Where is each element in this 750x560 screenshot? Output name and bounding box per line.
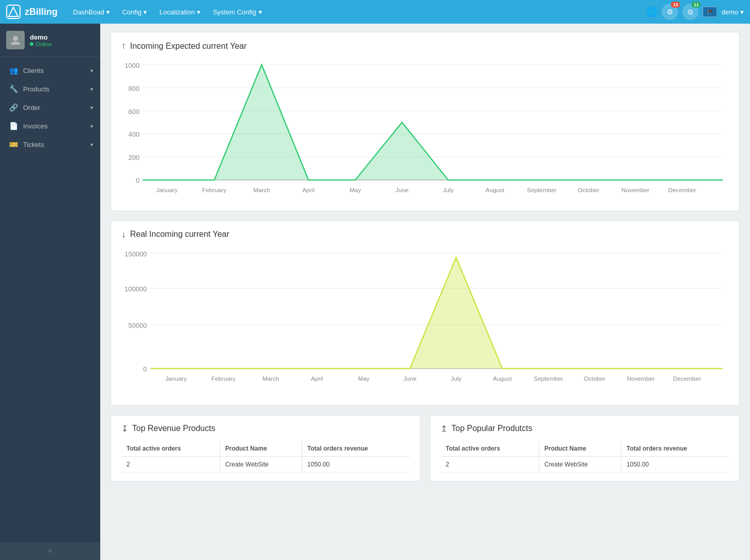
svg-text:August: August xyxy=(486,186,505,194)
brand-name: zBilling xyxy=(25,7,58,17)
chevron-down-icon xyxy=(90,86,93,92)
cell-product-name: Create WebSite xyxy=(219,456,302,472)
top-popular-table: Total active orders Product Name Total o… xyxy=(441,441,729,473)
svg-text:May: May xyxy=(358,375,369,382)
sidebar-item-label: Tickets xyxy=(23,141,85,148)
messages-badge: 11 xyxy=(691,2,701,8)
svg-text:December: December xyxy=(673,375,701,382)
col-orders-revenue: Total orders revenue xyxy=(621,441,729,457)
status-dot xyxy=(30,42,33,46)
topnav-system-config[interactable]: System Config xyxy=(208,5,267,19)
table-row: 2 Create WebSite 1050.00 xyxy=(121,456,410,472)
real-incoming-chart: 150000 100000 50000 0 January February xyxy=(121,247,729,395)
svg-text:January: January xyxy=(156,186,178,194)
table-header-row: Total active orders Product Name Total o… xyxy=(441,441,729,457)
sidebar-collapse-button[interactable]: < xyxy=(0,543,100,560)
topnav-config[interactable]: Config xyxy=(117,5,153,19)
main-content: ↑ Incoming Expected current Year 1000 80… xyxy=(100,24,750,560)
svg-text:150000: 150000 xyxy=(124,250,147,258)
svg-marker-14 xyxy=(142,65,723,180)
top-revenue-table: Total active orders Product Name Total o… xyxy=(121,441,410,473)
sidebar-user: demo Online xyxy=(0,24,100,57)
sidebar-item-label: Invoices xyxy=(23,122,85,130)
user-status: Online xyxy=(30,41,52,47)
products-icon: 🔧 xyxy=(9,85,18,93)
svg-text:November: November xyxy=(621,186,649,194)
cell-active-orders: 2 xyxy=(441,456,539,472)
topnav-dashboard[interactable]: DashBoad xyxy=(68,5,115,19)
settings-badge: 15 xyxy=(671,2,680,8)
user-info: demo Online xyxy=(30,33,52,47)
sidebar-item-order[interactable]: 🔗 Order xyxy=(0,98,100,117)
sidebar-item-label: Clients xyxy=(23,67,85,74)
sidebar-nav: 👥 Clients 🔧 Products 🔗 Order 📄 Invoices xyxy=(0,57,100,543)
col-product-name: Product Name xyxy=(539,441,621,457)
svg-text:January: January xyxy=(165,375,187,382)
chevron-down-icon xyxy=(106,8,110,16)
chart-svg-2: 150000 100000 50000 0 January February xyxy=(121,247,729,393)
chart-svg-1: 1000 800 600 400 200 0 xyxy=(121,59,729,198)
messages-button[interactable]: ⧉ 11 xyxy=(682,4,699,20)
sort-asc-icon: ↥ xyxy=(441,424,447,434)
svg-text:December: December xyxy=(668,186,696,194)
sidebar-item-invoices[interactable]: 📄 Invoices xyxy=(0,117,100,135)
sidebar: demo Online 👥 Clients 🔧 Products 🔗 Orde xyxy=(0,24,100,560)
cell-product-name: Create WebSite xyxy=(539,456,621,472)
svg-text:July: July xyxy=(451,375,462,382)
sidebar-item-label: Order xyxy=(23,104,85,111)
svg-text:August: August xyxy=(493,375,512,382)
settings-button[interactable]: ⚙ 15 xyxy=(662,4,678,20)
svg-text:September: September xyxy=(527,186,557,194)
globe-icon[interactable]: 🌐 xyxy=(646,6,657,17)
avatar xyxy=(6,31,25,49)
sidebar-item-products[interactable]: 🔧 Products xyxy=(0,80,100,98)
svg-text:November: November xyxy=(627,375,654,382)
top-popular-title-text: Top Popular Produtcts xyxy=(451,424,532,433)
sidebar-item-tickets[interactable]: 🎫 Tickets xyxy=(0,135,100,154)
svg-text:March: March xyxy=(262,375,279,382)
svg-marker-0 xyxy=(9,7,18,16)
copy-icon: ⧉ xyxy=(688,8,693,16)
chevron-down-icon xyxy=(90,68,93,73)
svg-text:February: February xyxy=(202,186,226,194)
top-popular-title: ↥ Top Popular Produtcts xyxy=(441,424,729,434)
chart-title-real: ↓ Real Incoming current Year xyxy=(121,229,729,240)
col-product-name: Product Name xyxy=(219,441,302,457)
svg-text:October: October xyxy=(584,375,606,382)
user-menu-button[interactable]: demo xyxy=(721,8,744,16)
flag-icon[interactable]: 🏴 xyxy=(703,7,717,17)
table-header-row: Total active orders Product Name Total o… xyxy=(121,441,410,457)
main-layout: demo Online 👥 Clients 🔧 Products 🔗 Orde xyxy=(0,24,750,560)
svg-text:1000: 1000 xyxy=(125,62,140,69)
sidebar-item-label: Products xyxy=(23,85,85,93)
topnav-localization[interactable]: Localization xyxy=(154,5,206,19)
tables-row: ↧ Top Revenue Products Total active orde… xyxy=(111,415,740,481)
top-popular-section: ↥ Top Popular Produtcts Total active ord… xyxy=(430,415,740,481)
arrow-down-icon: ↓ xyxy=(121,229,126,240)
col-active-orders: Total active orders xyxy=(441,441,539,457)
chevron-down-icon xyxy=(90,123,93,129)
top-revenue-section: ↧ Top Revenue Products Total active orde… xyxy=(111,415,420,481)
chart-title-text-real: Real Incoming current Year xyxy=(130,230,229,239)
chevron-down-icon xyxy=(90,142,93,147)
real-incoming-section: ↓ Real Incoming current Year 150000 1000… xyxy=(111,220,740,406)
chevron-down-icon xyxy=(143,8,147,16)
chevron-down-icon xyxy=(90,105,93,110)
brand-icon xyxy=(6,5,21,19)
svg-text:July: July xyxy=(443,186,453,194)
chart-title-text: Incoming Expected current Year xyxy=(130,42,247,51)
chart-title-incoming: ↑ Incoming Expected current Year xyxy=(121,41,729,51)
chevron-down-icon xyxy=(259,8,262,16)
svg-text:0: 0 xyxy=(143,365,147,373)
sidebar-item-clients[interactable]: 👥 Clients xyxy=(0,61,100,80)
brand-logo[interactable]: zBilling xyxy=(6,5,58,19)
svg-text:100000: 100000 xyxy=(124,285,147,293)
svg-text:0: 0 xyxy=(136,177,139,184)
order-icon: 🔗 xyxy=(9,103,18,111)
arrow-up-icon: ↑ xyxy=(121,41,126,51)
svg-text:April: April xyxy=(311,375,323,382)
svg-text:800: 800 xyxy=(129,85,140,92)
clients-icon: 👥 xyxy=(9,66,18,74)
col-active-orders: Total active orders xyxy=(121,441,219,457)
user-label: demo xyxy=(721,8,738,16)
